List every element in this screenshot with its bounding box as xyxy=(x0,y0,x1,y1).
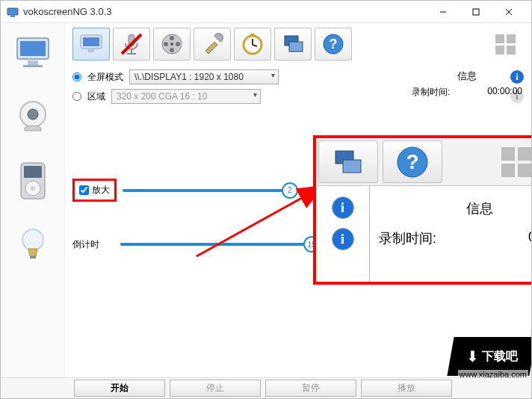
area-label: 区域 xyxy=(87,90,105,103)
svg-rect-36 xyxy=(289,42,303,52)
zoom-toolbar: ? xyxy=(316,138,532,186)
toolbar-tools-button[interactable] xyxy=(194,28,231,61)
svg-rect-17 xyxy=(30,256,36,259)
zoom-info-header: 信息 xyxy=(379,200,532,217)
svg-point-27 xyxy=(176,42,180,46)
svg-rect-19 xyxy=(83,37,99,46)
footer-bar: 开始 停止 暂停 播放 xyxy=(1,377,531,398)
window-stack-icon xyxy=(331,145,365,179)
toolbar-windows-button[interactable] xyxy=(274,28,312,61)
toolbar-timer-button[interactable] xyxy=(234,28,271,61)
svg-rect-1 xyxy=(10,16,15,17)
sidebar-item-monitor[interactable] xyxy=(13,32,53,72)
app-icon xyxy=(7,6,19,18)
fullscreen-label: 全屏模式 xyxy=(87,71,123,84)
help-icon: ? xyxy=(321,31,346,57)
area-combo-value: 320 x 200 CGA 16 : 10 xyxy=(117,91,207,102)
maximize-button[interactable] xyxy=(460,1,492,22)
svg-point-26 xyxy=(170,36,174,40)
film-reel-icon xyxy=(159,31,185,57)
svg-rect-9 xyxy=(23,65,43,67)
toolbar-codec-button[interactable] xyxy=(153,28,191,61)
help-icon: ? xyxy=(395,144,430,180)
titlebar: vokoscreenNG 3.0.3 xyxy=(1,1,531,23)
layout-grid-icon xyxy=(501,147,531,177)
mic-muted-icon xyxy=(119,31,144,57)
tools-icon xyxy=(200,31,225,57)
zoom-tool-layout[interactable] xyxy=(445,138,532,185)
rec-time-value: 00:00:00 xyxy=(487,86,522,99)
monitor-icon xyxy=(13,34,53,71)
svg-rect-0 xyxy=(7,8,18,15)
svg-text:?: ? xyxy=(406,150,418,173)
sidebar-item-webcam[interactable] xyxy=(13,96,53,137)
toolbar-layout-button[interactable] xyxy=(486,28,524,61)
zoom-tool-help[interactable]: ? xyxy=(383,140,442,183)
display-combo[interactable]: \\.\DISPLAY1 : 1920 x 1080 xyxy=(129,69,279,84)
svg-rect-3 xyxy=(473,9,479,15)
toolbar-screen-button[interactable] xyxy=(72,28,110,61)
info-panel: 信息 录制时间: 00:00:00 xyxy=(412,69,522,99)
webcam-icon xyxy=(14,98,52,135)
info-header: 信息 xyxy=(412,69,522,83)
sidebar xyxy=(1,23,65,377)
start-button[interactable]: 开始 xyxy=(74,380,165,397)
sidebar-item-player[interactable] xyxy=(13,161,53,201)
zoom-rec-value: 00:00:00 xyxy=(528,229,532,247)
layout-grid-icon xyxy=(495,34,516,55)
watermark-text: 下载吧 xyxy=(482,349,518,365)
zoom-overlay: ? i i 信息 录制时间: 00:00: xyxy=(313,135,532,285)
area-radio[interactable] xyxy=(72,92,81,101)
stop-button: 停止 xyxy=(170,380,261,397)
window-stack-icon xyxy=(280,31,306,57)
close-button[interactable] xyxy=(492,1,525,22)
screen-icon xyxy=(78,33,104,55)
svg-point-30 xyxy=(170,43,173,46)
zoom-tool-windows[interactable] xyxy=(318,140,378,183)
pause-button: 暂停 xyxy=(265,380,356,397)
toolbar-mic-button[interactable] xyxy=(113,28,150,61)
minimize-button[interactable] xyxy=(427,1,460,22)
bulb-icon xyxy=(16,225,49,265)
fullscreen-radio[interactable] xyxy=(72,72,81,81)
svg-point-11 xyxy=(28,109,38,120)
magnify-label: 放大 xyxy=(92,184,110,197)
svg-rect-13 xyxy=(24,166,42,178)
svg-point-16 xyxy=(22,229,43,250)
countdown-label: 倒计时 xyxy=(72,238,114,251)
svg-rect-7 xyxy=(20,41,46,56)
magnify-slider-thumb[interactable]: 2 xyxy=(282,182,298,199)
info-icon[interactable]: i xyxy=(332,197,354,219)
rec-time-label: 录制时间: xyxy=(412,86,450,99)
info-icon[interactable]: i xyxy=(332,228,354,250)
main-toolbar: ? xyxy=(72,28,524,61)
svg-rect-41 xyxy=(343,160,361,173)
svg-point-15 xyxy=(31,186,35,191)
magnify-checkbox-group: 放大 xyxy=(72,179,117,202)
area-combo: 320 x 200 CGA 16 : 10 xyxy=(111,89,261,104)
display-combo-value: \\.\DISPLAY1 : 1920 x 1080 xyxy=(134,72,244,82)
play-button: 播放 xyxy=(361,380,452,397)
magnify-slider-value: 2 xyxy=(288,186,292,194)
svg-rect-34 xyxy=(250,34,255,36)
magnify-checkbox[interactable] xyxy=(79,185,89,195)
main-content: ? 全屏模式 \\.\DISPLAY1 : 1920 x 1080 i xyxy=(65,23,531,377)
window-title: vokoscreenNG 3.0.3 xyxy=(23,6,427,17)
zoom-info-icons: i i xyxy=(316,186,370,282)
svg-point-28 xyxy=(170,48,174,52)
svg-point-29 xyxy=(164,42,168,46)
svg-rect-20 xyxy=(88,49,94,52)
toolbar-help-button[interactable]: ? xyxy=(315,28,352,61)
svg-rect-8 xyxy=(28,61,38,65)
zoom-info-panel: 信息 录制时间: 00:00:00 xyxy=(370,186,532,282)
clock-icon xyxy=(240,31,265,57)
sidebar-item-bulb[interactable] xyxy=(13,225,53,265)
download-arrow-icon: ⬇ xyxy=(466,347,479,365)
zoom-rec-label: 录制时间: xyxy=(379,229,436,247)
svg-text:?: ? xyxy=(330,37,338,52)
player-icon xyxy=(16,161,49,200)
